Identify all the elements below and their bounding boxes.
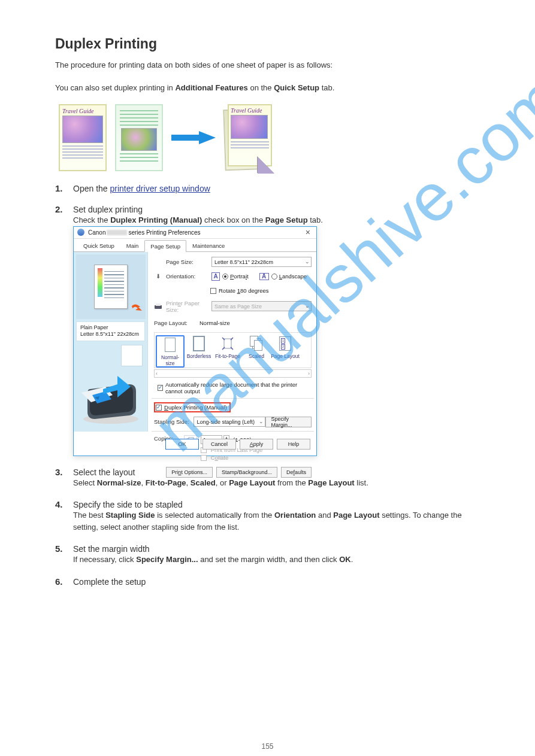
step-6: 6. Complete the setup — [55, 576, 480, 587]
landscape-a-icon: A — [259, 273, 269, 280]
svg-marker-0 — [171, 131, 216, 144]
ok-button[interactable]: OK — [165, 439, 199, 450]
blank-thumb — [121, 345, 143, 366]
layout-scrollbar[interactable]: ‹› — [154, 369, 312, 378]
specify-margin-button[interactable]: Specify Margin... — [265, 417, 312, 427]
page-layout-label: Page Layout: — [154, 320, 200, 326]
step-3-body: Select Normal-size, Fit-to-Page, Scaled,… — [73, 477, 480, 489]
chevron-down-icon: ⌄ — [259, 418, 264, 424]
collate-label: Collate — [211, 454, 229, 461]
apply-button[interactable]: Apply — [240, 439, 273, 450]
page-size-combo[interactable]: Letter 8.5"x11" 22x28cm⌄ — [211, 257, 312, 267]
stamp-background-button[interactable]: Stamp/Background... — [216, 467, 277, 478]
printer-graphic — [76, 369, 145, 429]
layout-page-layout[interactable]: 12Page Layout — [271, 335, 300, 368]
layout-borderless[interactable]: Borderless — [185, 335, 213, 368]
portrait-radio[interactable] — [222, 274, 228, 280]
close-icon[interactable]: × — [303, 227, 313, 237]
duplex-highlight: Duplex Printing (Manual) — [154, 402, 231, 412]
layout-normal-size[interactable]: Normal-size — [156, 335, 185, 368]
print-options-button[interactable]: Print Options... — [166, 467, 213, 478]
step-5-body: If necessary, click Specify Margin... an… — [73, 554, 480, 566]
defaults-button[interactable]: Defaults — [281, 467, 312, 478]
orientation-icon: ⬇ — [154, 272, 162, 281]
intro-text: The procedure for printing data on both … — [55, 59, 480, 71]
tab-maintenance[interactable]: Maintenance — [186, 239, 231, 251]
tab-page-setup[interactable]: Page Setup — [144, 240, 186, 252]
layout-fit-to-page[interactable]: Fit-to-Page — [213, 335, 242, 368]
page-preview — [76, 254, 146, 319]
svg-rect-4 — [156, 303, 161, 306]
printing-preferences-dialog: Canon series Printing Preferences × Quic… — [73, 226, 317, 456]
illus-page-front: Travel Guide — [59, 104, 107, 171]
chevron-down-icon: ⌄ — [305, 259, 310, 265]
flip-arrow-icon — [130, 303, 142, 317]
step-4: 4. Specify the side to be stapled — [55, 499, 480, 509]
step-5: 5. Set the margin width — [55, 544, 480, 554]
portrait-a-icon: A — [211, 272, 220, 281]
duplex-checkbox[interactable] — [156, 405, 162, 411]
rotate-180-label: Rotate 180 degrees — [219, 287, 268, 294]
collate-checkbox[interactable] — [201, 455, 207, 461]
landscape-label: Landscape — [279, 273, 307, 280]
auto-reduce-label: Automatically reduce large document that… — [165, 381, 312, 394]
svg-rect-5 — [224, 339, 231, 348]
stapling-side-combo[interactable]: Long-side stapling (Left)⌄ — [194, 417, 265, 427]
illus-duplex-result: Travel Guide — [224, 104, 273, 171]
duplex-label: Duplex Printing (Manual) — [164, 404, 227, 411]
rotate-180-checkbox[interactable] — [210, 288, 216, 294]
preview-paper-label: Plain Paper Letter 8.5"x11" 22x28cm — [76, 321, 145, 341]
dialog-button-row: OK Cancel Apply Help — [74, 435, 316, 456]
step-2-body: Check the Duplex Printing (Manual) check… — [73, 214, 480, 226]
page-title: Duplex Printing — [55, 36, 480, 52]
printer-paper-size-combo[interactable]: Same as Page Size⌄ — [211, 301, 312, 311]
tab-quick-setup[interactable]: Quick Setup — [77, 239, 120, 251]
printer-paper-size-label: Printer Paper Size: — [166, 300, 211, 313]
monitor-icon — [154, 258, 162, 266]
quick-setup-note: You can also set duplex printing in Addi… — [55, 82, 480, 94]
cancel-button[interactable]: Cancel — [202, 439, 236, 450]
dialog-titlebar: Canon series Printing Preferences × — [74, 227, 316, 239]
orientation-label: Orientation: — [166, 273, 211, 280]
page-number: 155 — [55, 742, 480, 751]
dialog-preview-panel: Plain Paper Letter 8.5"x11" 22x28cm — [74, 252, 148, 432]
tab-main[interactable]: Main — [120, 239, 145, 251]
chevron-down-icon: ⌄ — [305, 303, 310, 309]
duplex-illustration: Travel Guide Travel Guide — [59, 104, 480, 171]
printer-driver-setup-link[interactable]: printer driver setup window — [110, 184, 210, 193]
dialog-tabs: Quick Setup Main Page Setup Maintenance — [74, 239, 316, 252]
step-2: 2. Set duplex printing — [55, 204, 480, 214]
page-layout-value: Normal-size — [200, 320, 230, 326]
auto-reduce-checkbox[interactable] — [158, 385, 163, 391]
layout-scaled[interactable]: Scaled — [242, 335, 271, 368]
step-4-body: The best Stapling Side is selected autom… — [73, 509, 480, 533]
help-button[interactable]: Help — [277, 439, 310, 450]
illus-page-back — [115, 104, 163, 171]
step-1: 1. Open the printer driver setup window — [55, 183, 480, 193]
page-size-label: Page Size: — [166, 259, 211, 265]
printer-app-icon — [77, 229, 84, 236]
landscape-radio[interactable] — [271, 274, 277, 280]
printer-icon — [154, 302, 162, 311]
stapling-side-label: Stapling Side: — [154, 418, 194, 425]
arrow-icon — [171, 131, 216, 144]
page-layout-options: Normal-size Borderless Fit-to-Page Scale… — [154, 332, 312, 368]
